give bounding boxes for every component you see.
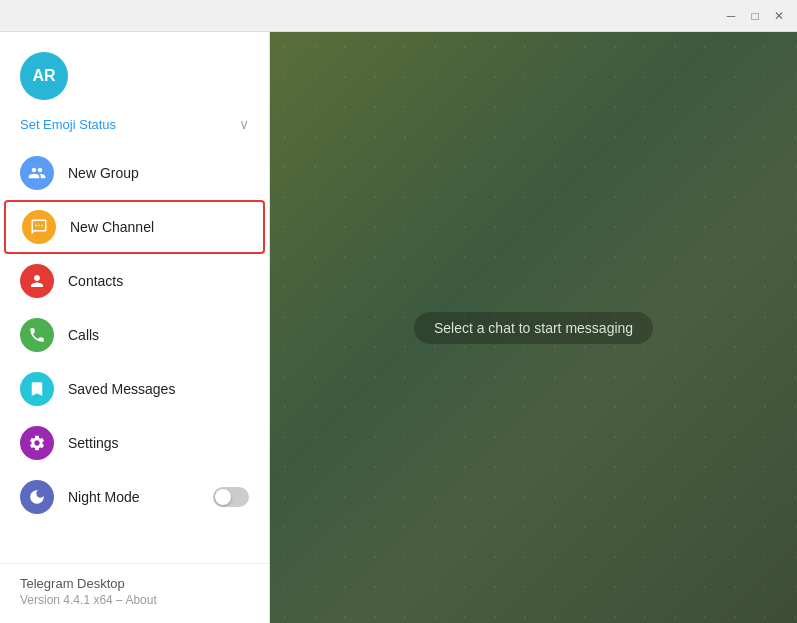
sidebar-item-new-group[interactable]: New Group (0, 146, 269, 200)
chevron-down-icon[interactable]: ∨ (239, 116, 249, 132)
titlebar: ─ □ ✕ (0, 0, 797, 32)
calls-icon (20, 318, 54, 352)
sidebar-item-new-channel[interactable]: New Channel (4, 200, 265, 254)
night-mode-toggle[interactable] (213, 487, 249, 507)
new-channel-icon (22, 210, 56, 244)
night-mode-icon (20, 480, 54, 514)
sidebar-item-settings[interactable]: Settings (0, 416, 269, 470)
calls-label: Calls (68, 327, 249, 343)
saved-messages-icon (20, 372, 54, 406)
sidebar-item-night-mode[interactable]: Night Mode (0, 470, 269, 524)
close-button[interactable]: ✕ (769, 6, 789, 26)
menu-list: New Group New Channel Contacts (0, 146, 269, 563)
set-emoji-status-link[interactable]: Set Emoji Status (20, 117, 239, 132)
app-name: Telegram Desktop (20, 576, 249, 591)
sidebar: AR Set Emoji Status ∨ New Group (0, 32, 270, 623)
sidebar-item-calls[interactable]: Calls (0, 308, 269, 362)
app-version: Version 4.4.1 x64 – About (20, 593, 249, 607)
maximize-button[interactable]: □ (745, 6, 765, 26)
night-mode-label: Night Mode (68, 489, 199, 505)
settings-label: Settings (68, 435, 249, 451)
new-channel-label: New Channel (70, 219, 247, 235)
new-group-icon (20, 156, 54, 190)
sidebar-header: AR (0, 32, 269, 110)
chat-area: Select a chat to start messaging (270, 32, 797, 623)
night-mode-toggle-wrapper (213, 487, 249, 507)
settings-icon (20, 426, 54, 460)
main-layout: AR Set Emoji Status ∨ New Group (0, 32, 797, 623)
contacts-icon (20, 264, 54, 298)
sidebar-item-saved-messages[interactable]: Saved Messages (0, 362, 269, 416)
select-chat-placeholder: Select a chat to start messaging (414, 312, 653, 344)
new-group-label: New Group (68, 165, 249, 181)
minimize-button[interactable]: ─ (721, 6, 741, 26)
sidebar-footer: Telegram Desktop Version 4.4.1 x64 – Abo… (0, 563, 269, 623)
sidebar-item-contacts[interactable]: Contacts (0, 254, 269, 308)
emoji-status-row: Set Emoji Status ∨ (0, 110, 269, 146)
saved-messages-label: Saved Messages (68, 381, 249, 397)
contacts-label: Contacts (68, 273, 249, 289)
avatar[interactable]: AR (20, 52, 68, 100)
